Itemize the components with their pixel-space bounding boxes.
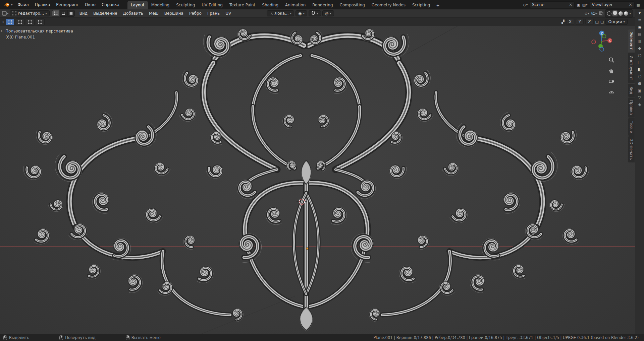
physics-icon[interactable]: ● — [638, 81, 641, 85]
sidebar-tab-view[interactable]: Вид — [628, 84, 635, 97]
viewlayer-selector[interactable]: ViewLayer × — [590, 1, 635, 8]
statusbar: Выделить Повернуть вид Вызвать меню Plan… — [0, 334, 644, 341]
mirror-y-toggle[interactable]: Y — [576, 19, 584, 25]
mirror-x-toggle[interactable]: X — [566, 19, 574, 25]
menu-vertex[interactable]: Вершина — [162, 10, 186, 17]
workspace-tab-geometry-nodes[interactable]: Geometry Nodes — [368, 1, 409, 9]
output-icon[interactable]: ▤ — [638, 32, 641, 36]
show-gizmo-toggle[interactable]: ◇▾ — [585, 11, 589, 16]
proportional-editing-toggle[interactable]: ◎▾ — [322, 10, 334, 16]
hint-select-label: Выделить — [9, 335, 29, 340]
menu-view[interactable]: Вид — [77, 10, 90, 17]
workspace-tab-shading[interactable]: Shading — [259, 1, 282, 9]
unlink-scene-icon[interactable]: × — [569, 2, 572, 7]
wireframe-shading-button[interactable] — [607, 11, 611, 16]
object-data-icon[interactable]: ▽ — [638, 95, 641, 99]
hint-rotate-label: Повернуть вид — [65, 335, 96, 340]
viewlayer-browse-icon[interactable]: ▤▾ — [582, 3, 588, 7]
sidebar-tab-edit[interactable]: Правка — [628, 97, 635, 118]
shading-dropdown-icon[interactable]: ▾ — [629, 12, 631, 15]
menu-file[interactable]: Файл — [15, 1, 32, 8]
viewport-nav-buttons — [608, 57, 614, 96]
viewport-3d[interactable]: ▸ Пользовательская перспектива (68) Plan… — [0, 26, 635, 334]
mode-selector[interactable]: Редактиро... ▾ — [10, 10, 50, 16]
new-scene-icon[interactable]: ▣ — [577, 3, 580, 7]
ornament-mesh-render[interactable] — [0, 26, 635, 334]
menu-render[interactable]: Рендеринг — [53, 1, 82, 8]
sidebar-tab-tissue[interactable]: Tissue — [628, 118, 635, 136]
edge-select-button[interactable] — [60, 10, 67, 17]
ortho-perspective-icon[interactable] — [608, 89, 614, 96]
select-new-button[interactable] — [6, 18, 14, 25]
modifiers-icon[interactable]: ◧ — [638, 67, 641, 71]
sidebar-tab-3dprint[interactable]: 3D-печать — [628, 136, 635, 162]
overlays-toggle[interactable]: ▾ — [591, 11, 598, 15]
particles-icon[interactable]: ◌ — [638, 74, 641, 78]
editor-menu-icon[interactable]: ▾ — [639, 11, 641, 15]
navigation-gizmo[interactable]: Z X — [590, 29, 613, 54]
workspace-tab-sculpting[interactable]: Sculpting — [173, 1, 198, 9]
tool-icon[interactable]: ≡ — [638, 18, 641, 22]
mirror-z-toggle[interactable]: Z — [585, 19, 593, 25]
menu-edge[interactable]: Ребро — [187, 10, 204, 17]
constraints-icon[interactable]: ▣ — [638, 88, 641, 92]
workspace-tab-modeling[interactable]: Modeling — [148, 1, 173, 9]
workspace-tab-rendering[interactable]: Rendering — [309, 1, 336, 9]
rendered-shading-button[interactable] — [624, 11, 628, 16]
menu-mesh[interactable]: Меш — [147, 10, 161, 17]
pan-hand-icon[interactable] — [608, 68, 614, 75]
camera-view-icon[interactable] — [608, 78, 614, 85]
proportional-icon: ◎ — [325, 11, 328, 16]
chevron-down-icon: ▾ — [623, 20, 625, 23]
remove-viewlayer-icon[interactable]: × — [629, 2, 632, 7]
options-dropdown[interactable]: Опции ▾ — [605, 19, 628, 25]
properties-editor-strip: ▾ ≡ ◉ ▤ ▥ ◆ ○ □ ◧ ◌ ● ▣ ▽ ◈ — [635, 9, 644, 334]
snapping-toggle[interactable]: ▾ — [309, 10, 321, 16]
world-icon[interactable]: ○ — [638, 53, 641, 57]
transform-orientation-selector[interactable]: Лока... ▾ — [267, 10, 294, 16]
scene-icon[interactable]: ◆ — [638, 46, 641, 50]
solid-shading-button[interactable] — [612, 10, 618, 16]
object-icon[interactable]: □ — [638, 60, 641, 64]
xray-toggle[interactable] — [599, 11, 603, 15]
workspace-tab-uv-editing[interactable]: UV Editing — [198, 1, 226, 9]
workspace-tab-animation[interactable]: Animation — [282, 1, 309, 9]
material-shading-button[interactable] — [619, 11, 623, 16]
vertex-select-button[interactable] — [52, 10, 59, 17]
select-subtract-button[interactable] — [26, 18, 35, 25]
menu-uv[interactable]: UV — [223, 10, 233, 17]
workspace-tab-layout[interactable]: Layout — [127, 1, 148, 9]
snap-icon[interactable]: ◫ — [595, 20, 599, 24]
workspace-tab-texture-paint[interactable]: Texture Paint — [226, 1, 259, 9]
menu-window[interactable]: Окно — [82, 1, 98, 8]
add-workspace-button[interactable]: + — [433, 2, 442, 9]
new-viewlayer-icon[interactable]: ▦ — [637, 3, 640, 7]
menu-face[interactable]: Грань — [205, 10, 222, 17]
scene-browse-icon[interactable]: ◇▾ — [523, 3, 528, 7]
pivot-point-selector[interactable]: ◉▾ — [296, 10, 307, 16]
menu-add[interactable]: Добавить — [121, 10, 146, 17]
menu-edit[interactable]: Правка — [32, 1, 53, 8]
menu-help[interactable]: Справка — [99, 1, 122, 8]
orientation-icon — [269, 12, 273, 15]
select-mode-buttons — [52, 10, 75, 17]
select-intersect-button[interactable] — [36, 18, 45, 25]
menu-select[interactable]: Выделение — [91, 10, 119, 17]
select-extend-button[interactable] — [16, 18, 24, 25]
correct-face-icon[interactable]: ▢ — [600, 20, 604, 24]
sidebar-tab-item[interactable]: Элемент — [628, 29, 635, 52]
workspace-tab-compositing[interactable]: Compositing — [336, 1, 368, 9]
editor-type-icon[interactable]: ▾ — [2, 11, 9, 16]
blender-logo-icon[interactable]: ▾ — [3, 3, 14, 7]
face-select-button[interactable] — [67, 10, 75, 17]
render-icon[interactable]: ◉ — [638, 25, 641, 29]
material-icon[interactable]: ◈ — [638, 103, 641, 107]
workspace-tab-scripting[interactable]: Scripting — [409, 1, 433, 9]
svg-text:X: X — [609, 39, 611, 43]
view-layer-icon[interactable]: ▥ — [638, 39, 641, 43]
tool-collapse-icon[interactable]: ▸ — [3, 20, 4, 23]
sidebar-tab-tool[interactable]: Инструмент — [628, 53, 635, 83]
toolbar-expand-icon[interactable]: ▸ — [1, 29, 3, 32]
zoom-icon[interactable] — [608, 57, 614, 64]
scene-selector[interactable]: Scene × — [530, 1, 575, 8]
